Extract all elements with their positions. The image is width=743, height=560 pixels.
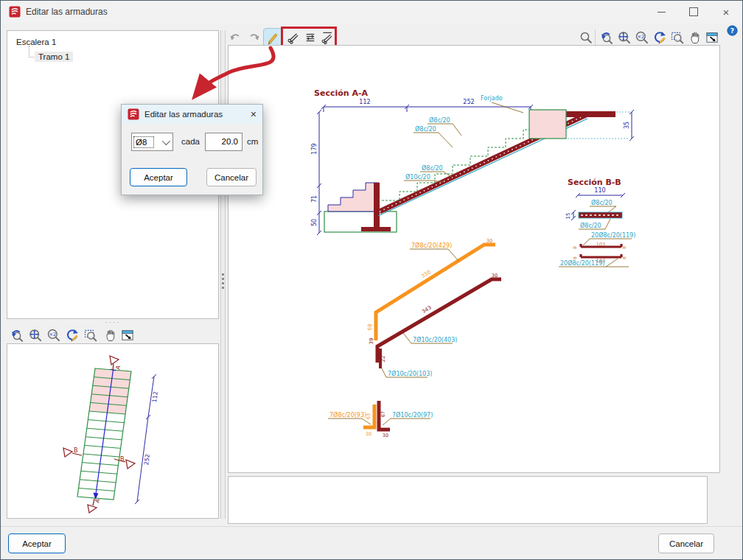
- dialog-cancel-button[interactable]: Cancelar: [206, 168, 257, 186]
- pencil-icon: [266, 32, 279, 46]
- plan-zoom-window-button[interactable]: [82, 326, 100, 345]
- bar1-length: 103: [596, 242, 605, 248]
- orange-bar-side: 69: [367, 324, 373, 331]
- red-bar-end: 30: [492, 273, 498, 279]
- dim-71: 71: [311, 195, 318, 203]
- unfolded-bars-drawing: 7Ø8c/20(429) 330 30 69 7Ø10c/20(403) 343…: [328, 238, 501, 438]
- diameter-value: Ø8: [135, 138, 153, 147]
- minimize-button[interactable]: [645, 1, 677, 23]
- dim-179: 179: [311, 143, 318, 154]
- orange-l-foot: 30: [366, 431, 372, 437]
- forjado-label: Forjado: [481, 95, 503, 102]
- edit-rebar-dialog: Editar las armaduras × Ø8 cada 20.0 cm A…: [121, 104, 263, 195]
- maximize-icon: [689, 7, 698, 16]
- main-drawing-canvas[interactable]: Sección A-A 112 252 179 71 50: [228, 45, 720, 473]
- app-icon: [127, 108, 140, 121]
- plan-dim-112: 112: [151, 391, 159, 403]
- undo-icon: [229, 31, 242, 44]
- red-bar-label: 7Ø10c/20(403): [413, 336, 457, 343]
- red-l-foot: 30: [383, 433, 388, 438]
- zoom-extents-icon: [28, 328, 43, 343]
- top-landing-rebar: [558, 111, 615, 117]
- callout-b-bottom: Ø8c/20: [580, 222, 601, 229]
- dialog-titlebar[interactable]: Editar las armaduras ×: [122, 105, 262, 124]
- secondary-drawing-strip[interactable]: [228, 476, 708, 524]
- plan-pan-button[interactable]: [102, 326, 119, 345]
- orange-l-label: 7Ø8c/20(93): [329, 411, 366, 419]
- zoom-previous-icon: [599, 30, 614, 45]
- footer-bar: Aceptar Cancelar: [1, 526, 743, 560]
- plan-zoom-x2-button[interactable]: [45, 326, 63, 345]
- plan-redraw-button[interactable]: [63, 326, 81, 345]
- help-button[interactable]: [726, 24, 739, 37]
- plan-marker-b-left: B: [74, 447, 78, 454]
- plan-fullscreen-button[interactable]: [119, 326, 136, 345]
- zoom-x2-icon: [46, 328, 61, 343]
- dim-35: 35: [624, 122, 630, 129]
- dim-110: 110: [594, 187, 605, 194]
- bar2-end-left: 8: [572, 256, 577, 259]
- zoom-extents-icon: [617, 30, 632, 45]
- column-footing: [361, 227, 391, 231]
- plan-marker-a-top: A: [114, 364, 122, 370]
- close-button[interactable]: ×: [710, 1, 742, 23]
- bar1-end-left: 8: [572, 246, 577, 249]
- section-b-title: Sección B-B: [568, 178, 621, 187]
- plan-zoom-extents-button[interactable]: [27, 326, 44, 345]
- pan-icon: [688, 30, 702, 45]
- orange-bar-label: 7Ø8c/20(429): [411, 242, 452, 249]
- bar1-end-right: 8: [621, 246, 627, 249]
- dim-252: 252: [463, 99, 474, 105]
- bar2-label: 20Ø8c/20(119): [560, 259, 604, 267]
- scissors-line-icon: [321, 31, 334, 44]
- reinforcement-drawing: Sección A-A 112 252 179 71 50: [229, 46, 719, 472]
- search-icon: [579, 31, 593, 44]
- orange-l-vertical: 63: [366, 413, 372, 419]
- window-title: Editar las armaduras: [26, 7, 108, 17]
- callout-b-top: Ø8c/20: [591, 199, 613, 206]
- dialog-accept-button[interactable]: Aceptar: [130, 168, 187, 186]
- callout-o8-3: Ø8c/20: [422, 164, 443, 172]
- window-titlebar: Editar las armaduras ×: [1, 1, 742, 23]
- cada-label: cada: [181, 137, 200, 146]
- red-short-bar-label: 7Ø10c/20(103): [388, 370, 432, 377]
- orange-bar: [376, 245, 495, 340]
- fullscreen-icon: [705, 30, 719, 45]
- cancel-button[interactable]: Cancelar: [658, 533, 714, 553]
- plan-view-toolbar: [7, 327, 219, 343]
- join-bars-icon: [304, 31, 317, 44]
- plan-zoom-previous-button[interactable]: [8, 326, 26, 345]
- diameter-dropdown[interactable]: Ø8: [131, 133, 173, 151]
- spacing-input[interactable]: 20.0: [205, 133, 243, 151]
- distribution-bar-2: [581, 254, 621, 257]
- unit-label: cm: [247, 137, 258, 146]
- zoom-window-icon: [83, 328, 98, 343]
- close-icon: ×: [251, 108, 257, 120]
- zoom-window-icon: [670, 30, 685, 45]
- forjado-slab: [529, 110, 566, 139]
- stair-steps: [328, 183, 379, 211]
- column-rebar: [374, 183, 380, 228]
- dialog-close-button[interactable]: ×: [251, 108, 257, 120]
- callout-o8-2: Ø8c/20: [415, 125, 436, 133]
- accept-button[interactable]: Aceptar: [8, 533, 66, 553]
- dialog-title: Editar las armaduras: [144, 110, 223, 119]
- tree-item-escalera[interactable]: Escalera 1: [16, 38, 56, 46]
- chevron-down-icon: [162, 136, 170, 144]
- tree-item-tramo[interactable]: Tramo 1: [35, 52, 73, 62]
- horizontal-splitter[interactable]: ····: [105, 318, 120, 326]
- bar2-end-right: 8: [621, 256, 627, 259]
- maximize-button[interactable]: [677, 1, 710, 23]
- orange-bar-end: 30: [486, 238, 492, 244]
- pan-icon: [103, 328, 118, 343]
- dim-112: 112: [359, 99, 370, 105]
- toolbar-separator: [595, 29, 596, 46]
- callout-o10: Ø10c/20: [405, 173, 430, 181]
- plan-view-panel[interactable]: A A B B 112 252: [7, 343, 219, 519]
- help-icon: [726, 24, 739, 37]
- edit-reinforcement-window: Editar las armaduras × Escalera 1 Tramo …: [0, 0, 743, 560]
- plan-marker-b-right: B: [120, 456, 125, 463]
- red-bar-dim-39: 39: [369, 338, 374, 345]
- fullscreen-icon: [120, 328, 135, 343]
- red-l-label: 7Ø10c/20(97): [392, 411, 433, 419]
